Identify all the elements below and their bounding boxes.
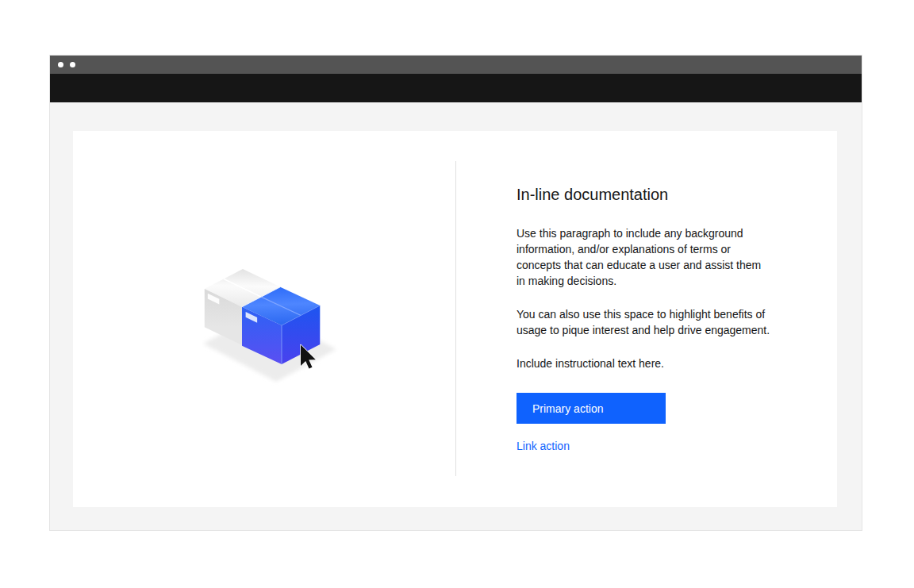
window-control-dot[interactable] xyxy=(58,62,63,67)
vertical-divider xyxy=(455,161,456,476)
app-header-bar xyxy=(50,74,862,102)
window-titlebar xyxy=(50,56,862,74)
primary-action-button[interactable]: Primary action xyxy=(517,393,666,424)
body-paragraph: Include instructional text here. xyxy=(517,355,812,371)
documentation-column: In-line documentation Use this paragraph… xyxy=(517,184,812,453)
boxes-illustration xyxy=(197,262,340,389)
page-title: In-line documentation xyxy=(517,184,812,205)
body-paragraph: Use this paragraph to include any backgr… xyxy=(517,225,812,289)
link-action[interactable]: Link action xyxy=(517,440,570,452)
body-paragraph: You can also use this space to highlight… xyxy=(517,306,812,338)
browser-window: In-line documentation Use this paragraph… xyxy=(50,56,862,530)
inline-doc-card: In-line documentation Use this paragraph… xyxy=(73,131,837,507)
window-control-dot[interactable] xyxy=(70,62,75,67)
